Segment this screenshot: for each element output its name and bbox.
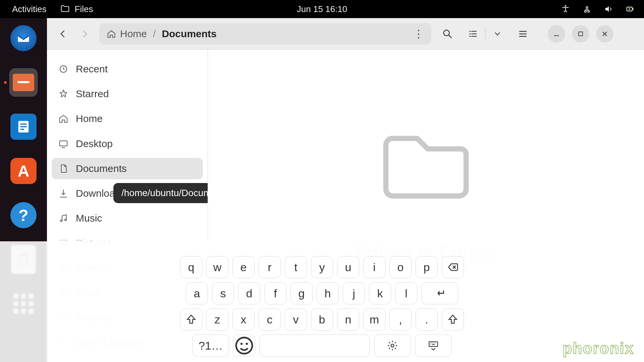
dock-help[interactable]: ? (9, 201, 38, 229)
volume-icon[interactable] (604, 4, 613, 14)
key-u[interactable]: u (337, 256, 359, 278)
sidebar-item-label: Music (76, 213, 102, 224)
svg-rect-7 (60, 141, 67, 146)
key-k[interactable]: k (369, 282, 391, 304)
svg-rect-5 (579, 32, 583, 36)
downloads-icon (58, 188, 68, 198)
key-z[interactable]: z (206, 308, 228, 330)
recent-icon (58, 64, 68, 74)
svg-rect-2 (633, 8, 633, 10)
backspace-icon (447, 261, 459, 273)
sidebar-item-documents[interactable]: Documents (52, 158, 203, 179)
network-icon[interactable] (582, 4, 592, 14)
accessibility-icon[interactable] (561, 4, 570, 14)
key-j[interactable]: j (343, 282, 365, 304)
key-x[interactable]: x (232, 308, 255, 330)
pathbar[interactable]: Home / Documents ⋮ (99, 23, 431, 45)
software-icon: A (10, 158, 37, 184)
key-o[interactable]: o (389, 256, 412, 278)
key-i[interactable]: i (363, 256, 385, 278)
key-y[interactable]: y (311, 256, 333, 278)
key-g[interactable]: g (290, 282, 313, 304)
sidebar-item-music[interactable]: Music (52, 207, 203, 229)
clock[interactable]: Jun 15 16:10 (297, 4, 347, 14)
window-close-button[interactable] (596, 25, 613, 43)
key-w[interactable]: w (206, 256, 228, 278)
activities-button[interactable]: Activities (0, 4, 54, 14)
bksp-key[interactable] (442, 256, 464, 278)
sidebar-item-label: Home (76, 113, 103, 124)
list-view-button[interactable] (464, 24, 482, 43)
window-minimize-button[interactable] (548, 25, 565, 43)
emoji-icon (233, 335, 255, 356)
pathbar-menu-button[interactable]: ⋮ (413, 27, 424, 40)
breadcrumb-home[interactable]: Home (107, 28, 147, 40)
headerbar: Home / Documents ⋮ (47, 18, 644, 50)
key-e[interactable]: e (232, 256, 255, 278)
key-p[interactable]: p (416, 256, 438, 278)
window-maximize-button[interactable] (572, 25, 589, 43)
nav-forward-button[interactable] (77, 26, 93, 42)
sidebar-item-label: Recent (76, 63, 108, 75)
key-h[interactable]: h (317, 282, 339, 304)
key-t[interactable]: t (285, 256, 307, 278)
sidebar-item-home[interactable]: Home (52, 108, 203, 129)
key-,[interactable]: , (389, 308, 412, 330)
menu-icon (518, 29, 528, 39)
watermark: phoronix (562, 339, 634, 357)
system-tray[interactable] (561, 4, 635, 14)
key-d[interactable]: d (238, 282, 260, 304)
key-f[interactable]: f (264, 282, 286, 304)
key-v[interactable]: v (285, 308, 307, 330)
breadcrumb-current[interactable]: Documents (162, 28, 216, 40)
svg-point-18 (391, 344, 394, 347)
help-icon: ? (10, 202, 37, 228)
svg-point-4 (444, 30, 449, 36)
sidebar-item-desktop[interactable]: Desktop (52, 133, 203, 155)
key-a[interactable]: a (186, 282, 208, 304)
key-n[interactable]: n (337, 308, 359, 330)
search-button[interactable] (438, 24, 457, 43)
battery-icon[interactable] (625, 4, 635, 14)
view-options-button[interactable] (488, 24, 507, 43)
hide-keyboard-icon (428, 340, 439, 351)
key-b[interactable]: b (311, 308, 333, 330)
key-r[interactable]: r (259, 256, 281, 278)
dock-thunderbird[interactable] (9, 24, 38, 52)
breadcrumb-separator: / (153, 28, 156, 40)
key-.[interactable]: . (416, 308, 438, 330)
enter-icon (434, 288, 445, 299)
svg-point-9 (65, 219, 66, 221)
home-icon (58, 114, 68, 124)
music-icon (58, 213, 68, 223)
key- [interactable] (259, 335, 370, 357)
svg-point-15 (236, 338, 252, 354)
wide enter-key[interactable] (421, 282, 458, 304)
dock-files[interactable] (9, 68, 38, 97)
hamburger-menu-button[interactable] (514, 24, 532, 43)
shift-key[interactable] (180, 308, 202, 330)
svg-point-17 (246, 343, 248, 345)
wide hide-key[interactable] (415, 335, 452, 357)
folder-icon (60, 4, 70, 14)
-key[interactable] (233, 335, 255, 357)
nav-back-button[interactable] (55, 26, 70, 42)
current-app-indicator[interactable]: Files (54, 4, 99, 14)
shift-key[interactable] (442, 308, 464, 330)
sidebar-item-starred[interactable]: Starred (52, 83, 203, 105)
key-m[interactable]: m (363, 308, 385, 330)
key-c[interactable]: c (259, 308, 281, 330)
key-?1…[interactable]: ?1… (192, 335, 229, 357)
dock-libreoffice-writer[interactable] (9, 113, 38, 141)
wide gear-key[interactable] (374, 335, 411, 357)
key-l[interactable]: l (395, 282, 417, 304)
home-icon (107, 29, 116, 39)
files-icon (13, 74, 34, 91)
svg-rect-19 (429, 342, 438, 347)
view-switcher[interactable] (464, 24, 507, 43)
dock-ubuntu-software[interactable]: A (9, 157, 38, 185)
key-q[interactable]: q (180, 256, 202, 278)
sidebar-item-recent[interactable]: Recent (52, 58, 203, 80)
key-s[interactable]: s (212, 282, 234, 304)
breadcrumb-home-label: Home (120, 28, 147, 40)
